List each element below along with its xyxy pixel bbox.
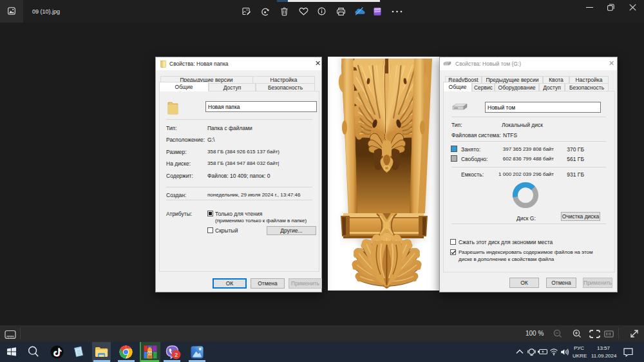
- svg-text:2: 2: [175, 352, 178, 358]
